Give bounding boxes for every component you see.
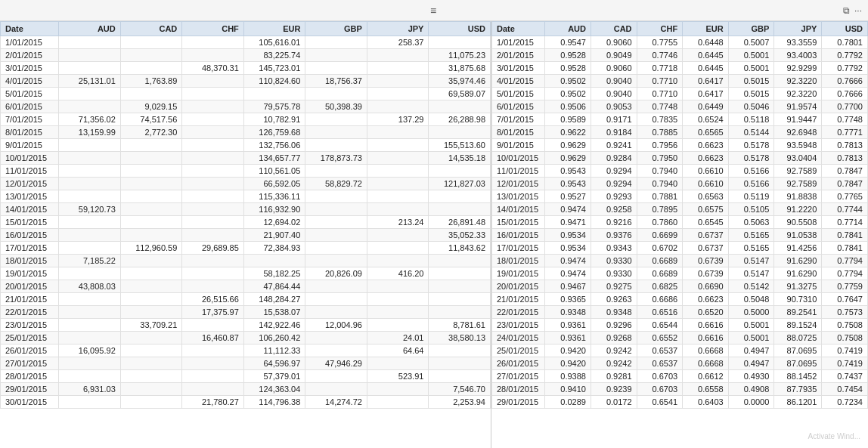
right-cell-27-4: 0.6558 — [683, 383, 729, 396]
right-cell-0-3: 0.7755 — [637, 36, 683, 49]
right-table-wrapper[interactable]: DateAUDCADCHFEURGBPJPYUSD 1/01/20150.954… — [491, 21, 868, 448]
right-table-row: 8/01/20150.96220.91840.78850.65650.51449… — [492, 126, 868, 139]
left-cell-3-0: 4/01/2015 — [1, 75, 59, 88]
right-cell-9-6: 93.0404 — [774, 152, 822, 165]
left-cell-26-3 — [182, 370, 244, 383]
right-cell-23-4: 0.6616 — [683, 332, 729, 344]
restore-icon[interactable]: ⧉ — [843, 5, 850, 16]
left-cell-1-1 — [59, 49, 121, 62]
left-cell-6-1: 71,356.02 — [59, 113, 121, 126]
right-cell-27-3: 0.6703 — [637, 383, 683, 396]
left-cell-6-3 — [182, 113, 244, 126]
left-col-header-eur: EUR — [243, 22, 305, 36]
right-cell-20-0: 21/01/2015 — [492, 293, 545, 306]
left-cell-2-0: 3/01/2015 — [1, 62, 59, 75]
right-cell-11-7: 0.7847 — [822, 178, 868, 190]
left-cell-14-7: 26,891.48 — [429, 216, 491, 229]
right-cell-11-3: 0.7940 — [637, 178, 683, 190]
left-cell-12-5 — [305, 190, 367, 203]
right-cell-17-0: 18/01/2015 — [492, 255, 545, 267]
right-cell-12-2: 0.9293 — [591, 190, 637, 203]
right-cell-16-6: 91.4256 — [774, 242, 822, 255]
left-cell-23-3: 16,460.87 — [182, 332, 244, 344]
left-cell-13-0: 14/01/2015 — [1, 203, 59, 216]
left-cell-24-3 — [182, 344, 244, 357]
left-table-row: 26/01/201516,095.9211,112.3364.64 — [1, 344, 491, 357]
right-cell-15-5: 0.5165 — [728, 229, 774, 242]
right-cell-4-6: 92.3220 — [774, 88, 822, 100]
right-cell-22-4: 0.6616 — [683, 319, 729, 332]
right-cell-21-0: 22/01/2015 — [492, 306, 545, 319]
left-cell-25-3 — [182, 357, 244, 370]
right-cell-10-7: 0.7847 — [822, 165, 868, 178]
right-cell-19-2: 0.9275 — [591, 280, 637, 293]
left-cell-25-4: 64,596.97 — [243, 357, 305, 370]
left-cell-12-3 — [182, 190, 244, 203]
right-cell-7-1: 0.9622 — [545, 126, 591, 139]
left-cell-14-1 — [59, 216, 121, 229]
left-cell-6-0: 7/01/2015 — [1, 113, 59, 126]
left-cell-9-3 — [182, 152, 244, 165]
right-cell-17-6: 91.6290 — [774, 255, 822, 267]
left-cell-8-7: 155,513.60 — [429, 139, 491, 152]
right-cell-20-2: 0.9263 — [591, 293, 637, 306]
right-cell-13-3: 0.7895 — [637, 203, 683, 216]
left-cell-20-6 — [367, 293, 429, 306]
watermark: Activate Wind... — [808, 432, 860, 440]
left-cell-11-4: 66,592.05 — [243, 178, 305, 190]
left-table-row: 29/01/20156,931.03124,363.047,546.70 — [1, 383, 491, 396]
left-cell-25-6 — [367, 357, 429, 370]
right-table-row: 7/01/20150.95890.91710.78350.65240.51189… — [492, 113, 868, 126]
left-cell-23-0: 25/01/2015 — [1, 332, 59, 344]
left-cell-25-5: 47,946.29 — [305, 357, 367, 370]
content-area: DateAUDCADCHFEURGBPJPYUSD 1/01/2015105,6… — [0, 21, 868, 448]
left-cell-24-1: 16,095.92 — [59, 344, 121, 357]
left-cell-22-0: 23/01/2015 — [1, 319, 59, 332]
left-cell-26-6: 523.91 — [367, 370, 429, 383]
left-cell-9-0: 10/01/2015 — [1, 152, 59, 165]
left-cell-28-1 — [59, 396, 121, 409]
right-cell-0-5: 0.5007 — [728, 36, 774, 49]
right-cell-22-5: 0.5001 — [728, 319, 774, 332]
left-cell-3-7: 35,974.46 — [429, 75, 491, 88]
left-cell-15-2 — [120, 229, 182, 242]
hamburger-icon[interactable]: ≡ — [430, 5, 438, 17]
left-cell-26-0: 28/01/2015 — [1, 370, 59, 383]
left-cell-24-6: 64.64 — [367, 344, 429, 357]
left-cell-8-4: 132,756.06 — [243, 139, 305, 152]
left-table: DateAUDCADCHFEURGBPJPYUSD 1/01/2015105,6… — [0, 21, 491, 409]
right-col-header-jpy: JPY — [774, 22, 822, 36]
right-col-header-gbp: GBP — [728, 22, 774, 36]
left-cell-13-1: 59,120.73 — [59, 203, 121, 216]
left-panel: DateAUDCADCHFEURGBPJPYUSD 1/01/2015105,6… — [0, 21, 491, 448]
right-cell-19-3: 0.6825 — [637, 280, 683, 293]
right-cell-23-6: 88.0725 — [774, 332, 822, 344]
left-cell-0-1 — [59, 36, 121, 49]
left-cell-18-5: 20,826.09 — [305, 267, 367, 280]
left-table-row: 7/01/201571,356.0274,517.5610,782.91137.… — [1, 113, 491, 126]
left-cell-23-7: 38,580.13 — [429, 332, 491, 344]
title-bar: ≡ ⧉ ··· — [0, 0, 868, 21]
left-cell-7-3 — [182, 126, 244, 139]
right-cell-4-2: 0.9040 — [591, 88, 637, 100]
right-cell-27-6: 87.7935 — [774, 383, 822, 396]
right-table-row: 13/01/20150.95270.92930.78810.65630.5119… — [492, 190, 868, 203]
left-cell-0-6: 258.37 — [367, 36, 429, 49]
right-cell-3-7: 0.7666 — [822, 75, 868, 88]
right-cell-15-7: 0.7841 — [822, 229, 868, 242]
left-cell-28-2 — [120, 396, 182, 409]
right-table-row: 26/01/20150.94200.92420.65370.66680.4947… — [492, 357, 868, 370]
right-cell-16-7: 0.7841 — [822, 242, 868, 255]
right-cell-22-7: 0.7508 — [822, 319, 868, 332]
right-table-row: 1/01/20150.95470.90600.77550.64480.50079… — [492, 36, 868, 49]
left-cell-16-6 — [367, 242, 429, 255]
left-cell-19-5 — [305, 280, 367, 293]
left-cell-13-7 — [429, 203, 491, 216]
right-cell-28-4: 0.6403 — [683, 396, 729, 409]
right-table-row: 17/01/20150.95340.93430.67020.67370.5165… — [492, 242, 868, 255]
more-icon[interactable]: ··· — [854, 5, 862, 16]
right-cell-24-3: 0.6537 — [637, 344, 683, 357]
right-cell-16-5: 0.5165 — [728, 242, 774, 255]
right-cell-1-3: 0.7746 — [637, 49, 683, 62]
left-table-wrapper[interactable]: DateAUDCADCHFEURGBPJPYUSD 1/01/2015105,6… — [0, 21, 491, 448]
